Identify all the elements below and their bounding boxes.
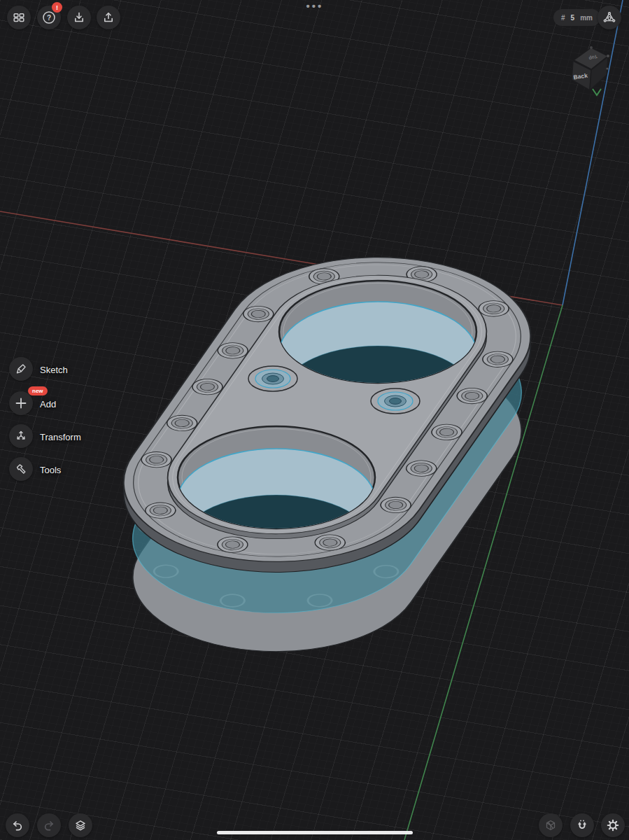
visualization-cube-icon	[544, 818, 558, 832]
grid-setting-pill[interactable]: # 5 mm	[553, 9, 600, 26]
gear-icon	[606, 818, 620, 832]
window-menu-dots[interactable]: •••	[297, 0, 332, 12]
magnet-icon	[575, 818, 589, 832]
projects-button[interactable]	[7, 6, 31, 29]
view-cube-corner	[607, 55, 609, 57]
transform-button[interactable]	[9, 424, 33, 448]
view-settings-icon	[602, 10, 616, 24]
view-cube-down-arrow-icon	[593, 89, 601, 95]
countersunk-hole-left[interactable]	[248, 366, 297, 391]
import-icon	[72, 10, 86, 24]
add-new-badge: new	[28, 386, 48, 396]
z-axis-line	[563, 0, 623, 305]
3d-scene[interactable]: Top Back	[0, 0, 629, 840]
tools-button[interactable]	[9, 457, 33, 481]
home-indicator[interactable]	[217, 831, 413, 834]
sketch-pencil-icon	[14, 362, 28, 376]
countersunk-hole-right[interactable]	[371, 388, 420, 414]
view-cube-corner	[606, 67, 608, 69]
model-body[interactable]	[80, 235, 574, 673]
visualization-button[interactable]	[539, 813, 563, 837]
grid-size-unit: mm	[580, 14, 593, 22]
isolate-button[interactable]	[69, 813, 92, 837]
sketch-label[interactable]: Sketch	[40, 365, 68, 375]
export-button[interactable]	[97, 6, 120, 29]
svg-text:?: ?	[47, 14, 51, 22]
tools-label[interactable]: Tools	[40, 465, 61, 475]
view-cube[interactable]: Top Back	[572, 46, 609, 95]
sketch-button[interactable]	[9, 357, 33, 381]
transform-label[interactable]: Transform	[40, 432, 81, 442]
grid-symbol: #	[561, 14, 565, 22]
undo-icon	[10, 818, 24, 832]
add-label[interactable]: Add	[40, 399, 56, 410]
tools-hammer-icon	[14, 462, 28, 476]
export-share-icon	[101, 10, 115, 24]
help-alert-badge: !	[52, 2, 62, 13]
grid-size-value: 5	[571, 14, 575, 22]
snapping-button[interactable]	[570, 813, 594, 837]
add-button[interactable]	[9, 391, 33, 415]
cad-viewport: Top Back ? !	[0, 0, 629, 840]
transform-move-icon	[14, 429, 28, 443]
stacked-layers-icon	[73, 818, 87, 832]
undo-button[interactable]	[6, 813, 29, 837]
plus-icon	[14, 396, 28, 410]
import-button[interactable]	[67, 6, 91, 29]
redo-button[interactable]	[37, 813, 61, 837]
projects-grid-icon	[12, 10, 26, 24]
view-settings-button[interactable]	[598, 6, 621, 29]
view-cube-corner	[590, 46, 593, 49]
settings-button[interactable]	[601, 813, 625, 837]
redo-icon	[42, 818, 56, 832]
